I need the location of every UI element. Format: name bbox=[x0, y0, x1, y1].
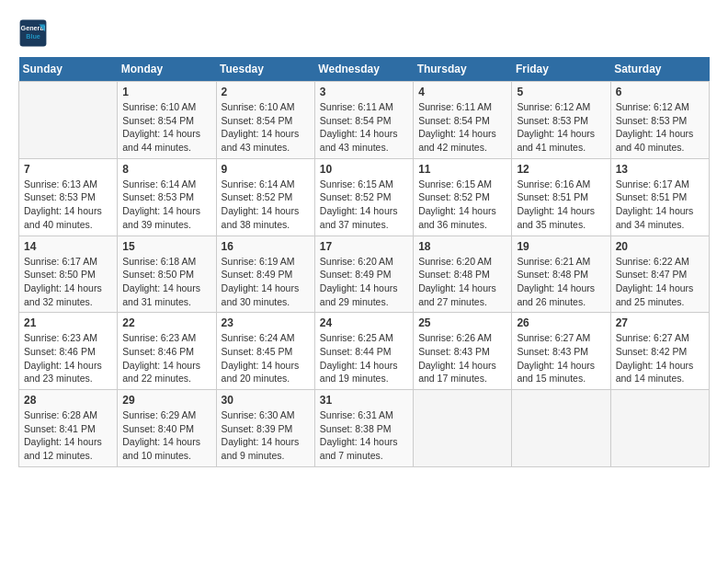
calendar-cell: 18Sunrise: 6:20 AMSunset: 8:48 PMDayligh… bbox=[414, 236, 512, 313]
calendar-table: SundayMondayTuesdayWednesdayThursdayFrid… bbox=[18, 57, 710, 467]
day-info: Sunrise: 6:24 AMSunset: 8:45 PMDaylight:… bbox=[222, 331, 310, 385]
day-info: Sunrise: 6:19 AMSunset: 8:49 PMDaylight:… bbox=[222, 255, 310, 309]
calendar-cell: 7Sunrise: 6:13 AMSunset: 8:53 PMDaylight… bbox=[19, 158, 118, 236]
page-header: General Blue bbox=[18, 18, 710, 48]
day-number: 29 bbox=[122, 394, 210, 407]
day-number: 7 bbox=[24, 163, 112, 176]
day-number: 9 bbox=[222, 163, 310, 176]
day-info: Sunrise: 6:29 AMSunset: 8:40 PMDaylight:… bbox=[122, 408, 210, 463]
day-number: 2 bbox=[222, 86, 310, 98]
calendar-cell: 21Sunrise: 6:23 AMSunset: 8:46 PMDayligh… bbox=[19, 313, 118, 390]
week-row-1: 1Sunrise: 6:10 AMSunset: 8:54 PMDaylight… bbox=[19, 82, 710, 159]
day-info: Sunrise: 6:12 AMSunset: 8:53 PMDaylight:… bbox=[517, 100, 605, 155]
calendar-cell: 3Sunrise: 6:11 AMSunset: 8:54 PMDaylight… bbox=[314, 82, 413, 159]
day-info: Sunrise: 6:14 AMSunset: 8:53 PMDaylight:… bbox=[122, 178, 210, 232]
calendar-cell: 13Sunrise: 6:17 AMSunset: 8:51 PMDayligh… bbox=[610, 158, 709, 236]
day-number: 30 bbox=[222, 394, 310, 407]
day-number: 6 bbox=[616, 86, 704, 98]
week-row-3: 14Sunrise: 6:17 AMSunset: 8:50 PMDayligh… bbox=[19, 236, 710, 313]
day-info: Sunrise: 6:17 AMSunset: 8:50 PMDaylight:… bbox=[24, 255, 112, 309]
day-header-wednesday: Wednesday bbox=[314, 57, 413, 82]
day-number: 14 bbox=[24, 240, 112, 253]
day-info: Sunrise: 6:20 AMSunset: 8:49 PMDaylight:… bbox=[320, 255, 408, 309]
day-info: Sunrise: 6:20 AMSunset: 8:48 PMDaylight:… bbox=[418, 255, 506, 309]
day-info: Sunrise: 6:18 AMSunset: 8:50 PMDaylight:… bbox=[122, 255, 210, 309]
calendar-cell: 28Sunrise: 6:28 AMSunset: 8:41 PMDayligh… bbox=[19, 390, 118, 467]
day-info: Sunrise: 6:14 AMSunset: 8:52 PMDaylight:… bbox=[222, 178, 310, 232]
day-info: Sunrise: 6:15 AMSunset: 8:52 PMDaylight:… bbox=[320, 178, 408, 232]
calendar-cell: 27Sunrise: 6:27 AMSunset: 8:42 PMDayligh… bbox=[610, 313, 709, 390]
calendar-cell: 17Sunrise: 6:20 AMSunset: 8:49 PMDayligh… bbox=[314, 236, 413, 313]
calendar-cell: 31Sunrise: 6:31 AMSunset: 8:38 PMDayligh… bbox=[314, 390, 413, 467]
day-header-monday: Monday bbox=[118, 57, 216, 82]
calendar-cell: 11Sunrise: 6:15 AMSunset: 8:52 PMDayligh… bbox=[414, 158, 512, 236]
calendar-cell: 24Sunrise: 6:25 AMSunset: 8:44 PMDayligh… bbox=[314, 313, 413, 390]
day-number: 25 bbox=[418, 316, 506, 329]
day-number: 18 bbox=[418, 240, 506, 253]
day-number: 10 bbox=[320, 163, 408, 176]
day-number: 3 bbox=[320, 86, 408, 98]
day-number: 20 bbox=[616, 240, 704, 253]
logo-icon: General Blue bbox=[18, 18, 48, 48]
day-info: Sunrise: 6:22 AMSunset: 8:47 PMDaylight:… bbox=[616, 255, 704, 309]
day-info: Sunrise: 6:23 AMSunset: 8:46 PMDaylight:… bbox=[122, 331, 210, 385]
calendar-cell: 15Sunrise: 6:18 AMSunset: 8:50 PMDayligh… bbox=[118, 236, 216, 313]
day-number: 26 bbox=[517, 316, 605, 329]
calendar-cell: 30Sunrise: 6:30 AMSunset: 8:39 PMDayligh… bbox=[216, 390, 314, 467]
calendar-cell: 14Sunrise: 6:17 AMSunset: 8:50 PMDayligh… bbox=[19, 236, 118, 313]
calendar-cell: 25Sunrise: 6:26 AMSunset: 8:43 PMDayligh… bbox=[414, 313, 512, 390]
calendar-cell: 29Sunrise: 6:29 AMSunset: 8:40 PMDayligh… bbox=[118, 390, 216, 467]
day-number: 16 bbox=[222, 240, 310, 253]
day-info: Sunrise: 6:28 AMSunset: 8:41 PMDaylight:… bbox=[24, 408, 112, 463]
week-row-4: 21Sunrise: 6:23 AMSunset: 8:46 PMDayligh… bbox=[19, 313, 710, 390]
day-number: 28 bbox=[24, 394, 112, 407]
calendar-cell: 4Sunrise: 6:11 AMSunset: 8:54 PMDaylight… bbox=[414, 82, 512, 159]
day-header-friday: Friday bbox=[512, 57, 610, 82]
calendar-cell: 5Sunrise: 6:12 AMSunset: 8:53 PMDaylight… bbox=[512, 82, 610, 159]
day-number: 31 bbox=[320, 394, 408, 407]
day-number: 13 bbox=[616, 163, 704, 176]
calendar-cell: 22Sunrise: 6:23 AMSunset: 8:46 PMDayligh… bbox=[118, 313, 216, 390]
calendar-cell: 2Sunrise: 6:10 AMSunset: 8:54 PMDaylight… bbox=[216, 82, 314, 159]
calendar-cell: 26Sunrise: 6:27 AMSunset: 8:43 PMDayligh… bbox=[512, 313, 610, 390]
day-info: Sunrise: 6:16 AMSunset: 8:51 PMDaylight:… bbox=[517, 178, 605, 232]
calendar-cell: 16Sunrise: 6:19 AMSunset: 8:49 PMDayligh… bbox=[216, 236, 314, 313]
day-number: 4 bbox=[418, 86, 506, 98]
day-number: 22 bbox=[122, 316, 210, 329]
day-info: Sunrise: 6:23 AMSunset: 8:46 PMDaylight:… bbox=[24, 331, 112, 385]
day-number: 23 bbox=[222, 316, 310, 329]
day-info: Sunrise: 6:10 AMSunset: 8:54 PMDaylight:… bbox=[122, 100, 210, 155]
svg-text:Blue: Blue bbox=[26, 32, 40, 40]
day-number: 27 bbox=[616, 316, 704, 329]
week-row-5: 28Sunrise: 6:28 AMSunset: 8:41 PMDayligh… bbox=[19, 390, 710, 467]
day-info: Sunrise: 6:26 AMSunset: 8:43 PMDaylight:… bbox=[418, 331, 506, 385]
calendar-cell bbox=[512, 390, 610, 467]
day-number: 11 bbox=[418, 163, 506, 176]
day-info: Sunrise: 6:12 AMSunset: 8:53 PMDaylight:… bbox=[616, 100, 704, 155]
day-info: Sunrise: 6:27 AMSunset: 8:43 PMDaylight:… bbox=[517, 331, 605, 385]
day-number: 12 bbox=[517, 163, 605, 176]
calendar-cell: 6Sunrise: 6:12 AMSunset: 8:53 PMDaylight… bbox=[610, 82, 709, 159]
day-info: Sunrise: 6:15 AMSunset: 8:52 PMDaylight:… bbox=[418, 178, 506, 232]
day-header-saturday: Saturday bbox=[610, 57, 709, 82]
day-number: 17 bbox=[320, 240, 408, 253]
calendar-cell: 8Sunrise: 6:14 AMSunset: 8:53 PMDaylight… bbox=[118, 158, 216, 236]
day-number: 8 bbox=[122, 163, 210, 176]
calendar-cell: 1Sunrise: 6:10 AMSunset: 8:54 PMDaylight… bbox=[118, 82, 216, 159]
day-number: 21 bbox=[24, 316, 112, 329]
calendar-cell bbox=[610, 390, 709, 467]
calendar-cell: 12Sunrise: 6:16 AMSunset: 8:51 PMDayligh… bbox=[512, 158, 610, 236]
day-number: 1 bbox=[122, 86, 210, 98]
calendar-cell bbox=[19, 82, 118, 159]
day-header-thursday: Thursday bbox=[414, 57, 512, 82]
day-number: 15 bbox=[122, 240, 210, 253]
day-info: Sunrise: 6:31 AMSunset: 8:38 PMDaylight:… bbox=[320, 408, 408, 463]
day-header-tuesday: Tuesday bbox=[216, 57, 314, 82]
day-info: Sunrise: 6:30 AMSunset: 8:39 PMDaylight:… bbox=[222, 408, 310, 463]
day-number: 19 bbox=[517, 240, 605, 253]
day-info: Sunrise: 6:10 AMSunset: 8:54 PMDaylight:… bbox=[222, 100, 310, 155]
day-info: Sunrise: 6:17 AMSunset: 8:51 PMDaylight:… bbox=[616, 178, 704, 232]
calendar-cell: 23Sunrise: 6:24 AMSunset: 8:45 PMDayligh… bbox=[216, 313, 314, 390]
day-number: 24 bbox=[320, 316, 408, 329]
calendar-cell: 10Sunrise: 6:15 AMSunset: 8:52 PMDayligh… bbox=[314, 158, 413, 236]
